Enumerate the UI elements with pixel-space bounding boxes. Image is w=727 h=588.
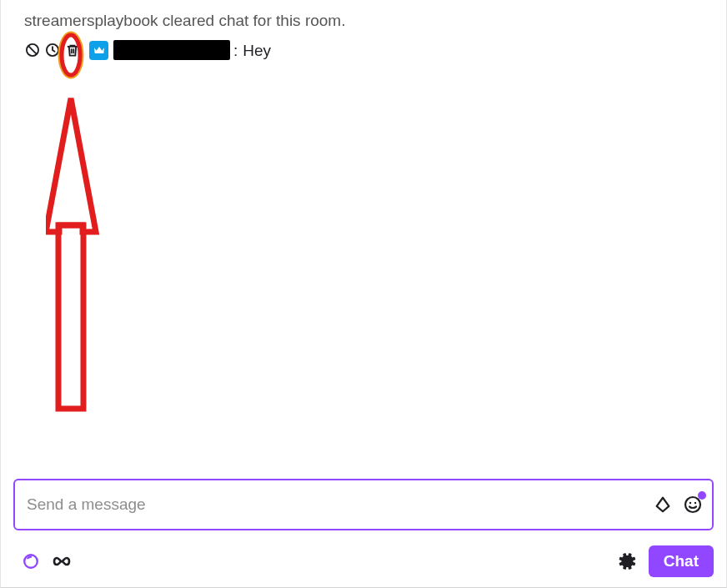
bits-icon[interactable]	[652, 494, 674, 515]
ban-icon[interactable]	[24, 42, 41, 58]
chat-button[interactable]: Chat	[649, 545, 714, 577]
chat-bottom-bar: Chat	[1, 537, 726, 587]
message-text: Hey	[243, 40, 271, 62]
trash-icon[interactable]	[64, 42, 81, 58]
svg-point-6	[689, 502, 691, 504]
chat-input-area	[1, 479, 726, 537]
crown-icon	[89, 41, 108, 60]
chat-messages: streamersplaybook cleared chat for this …	[1, 0, 726, 479]
username-redacted[interactable]	[113, 40, 230, 60]
gear-icon[interactable]	[617, 551, 637, 571]
separator: :	[233, 40, 238, 62]
system-message: streamersplaybook cleared chat for this …	[24, 10, 709, 32]
points-icon[interactable]	[22, 552, 40, 570]
svg-point-7	[694, 502, 696, 504]
chat-input-box[interactable]	[13, 479, 714, 530]
clock-icon[interactable]	[44, 42, 61, 58]
chat-line: : Hey	[24, 40, 709, 62]
svg-point-5	[685, 497, 700, 512]
infinity-icon[interactable]	[52, 556, 72, 566]
smiley-icon[interactable]	[682, 494, 704, 515]
svg-line-1	[28, 47, 37, 55]
chat-input[interactable]	[27, 495, 644, 514]
chat-panel: streamersplaybook cleared chat for this …	[0, 0, 727, 588]
